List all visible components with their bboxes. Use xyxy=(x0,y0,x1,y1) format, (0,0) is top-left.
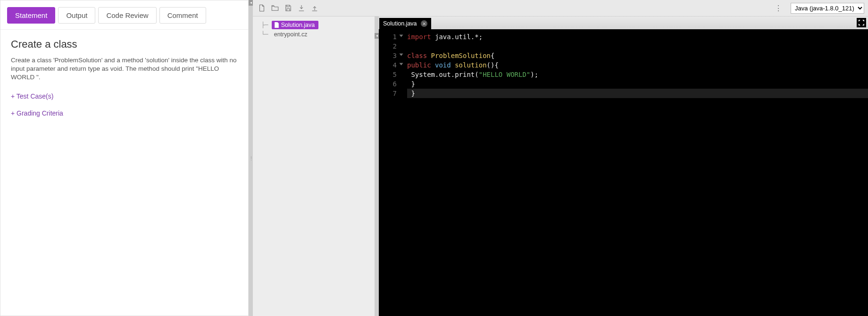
problem-tabs: Statement Output Code Review Comment xyxy=(0,0,248,30)
download-icon[interactable] xyxy=(296,3,307,13)
editor-tab-bar: Solution.java ✕ xyxy=(379,17,868,29)
file-name: Solution.java xyxy=(281,22,315,28)
line-number: 5 xyxy=(379,70,397,79)
vertical-splitter-left[interactable]: ◂ ⋮⋮ xyxy=(249,0,253,316)
new-file-icon[interactable] xyxy=(257,3,267,13)
code-line[interactable] xyxy=(407,42,868,51)
collapse-left-icon[interactable]: ◂ xyxy=(249,0,253,6)
code-line[interactable]: public void solution(){ xyxy=(407,60,868,70)
problem-description: Create a class 'ProblemSolution' and a m… xyxy=(11,56,238,82)
line-number: 2 xyxy=(379,42,397,51)
code-line[interactable]: class ProblemSolution{ xyxy=(407,51,868,60)
close-tab-icon[interactable]: ✕ xyxy=(421,20,427,27)
code-editor[interactable]: 1234567 import java.util.*;class Problem… xyxy=(379,29,868,316)
collapse-tree-icon[interactable]: ◂ xyxy=(375,33,379,39)
code-line[interactable]: System.out.print("HELLO WORLD"); xyxy=(407,70,868,79)
file-icon xyxy=(274,22,279,28)
line-number: 1 xyxy=(379,32,397,42)
more-menu-icon[interactable]: ⋮ xyxy=(770,4,787,13)
editor-tab-label: Solution.java xyxy=(383,20,417,27)
line-gutter: 1234567 xyxy=(379,32,400,98)
problem-title: Create a class xyxy=(11,38,238,50)
line-number: 6 xyxy=(379,79,397,89)
file-tree-item[interactable]: ├─ Solution.java xyxy=(253,20,375,30)
editor-tab[interactable]: Solution.java ✕ xyxy=(379,18,431,29)
open-folder-icon[interactable] xyxy=(270,3,280,13)
code-line[interactable]: } xyxy=(407,79,868,89)
tab-code-review[interactable]: Code Review xyxy=(98,7,156,24)
code-area[interactable]: import java.util.*;class ProblemSolution… xyxy=(407,32,868,98)
editor-toolbar: ⋮ Java (java-1.8.0_121) xyxy=(253,0,868,17)
code-line[interactable]: import java.util.*; xyxy=(407,32,868,42)
tab-statement[interactable]: Statement xyxy=(7,7,55,24)
drag-handle-icon: ⋮⋮ xyxy=(250,157,252,159)
line-number: 4 xyxy=(379,60,397,70)
problem-panel: Statement Output Code Review Comment Cre… xyxy=(0,0,249,316)
test-cases-toggle[interactable]: + Test Case(s) xyxy=(11,92,238,100)
tree-branch-icon: ├─ xyxy=(261,22,272,28)
fullscreen-icon[interactable] xyxy=(857,18,866,27)
file-name: entrypoint.cz xyxy=(274,31,308,38)
tab-comment[interactable]: Comment xyxy=(159,7,206,24)
tree-branch-icon: └─ xyxy=(261,31,272,38)
fold-icon[interactable] xyxy=(400,54,403,56)
vertical-splitter-right[interactable]: ◂ xyxy=(375,17,379,316)
grading-criteria-toggle[interactable]: + Grading Criteria xyxy=(11,109,238,117)
line-number: 3 xyxy=(379,51,397,60)
fold-icon[interactable] xyxy=(400,63,403,66)
file-tree: ├─ Solution.java └─ entrypoint.cz xyxy=(253,17,375,316)
tab-output[interactable]: Output xyxy=(58,7,95,24)
language-select[interactable]: Java (java-1.8.0_121) xyxy=(791,3,864,14)
upload-icon[interactable] xyxy=(309,3,320,13)
line-number: 7 xyxy=(379,89,397,98)
file-tree-item[interactable]: └─ entrypoint.cz xyxy=(253,30,375,39)
fold-icon[interactable] xyxy=(400,35,403,37)
save-icon[interactable] xyxy=(283,3,293,13)
code-line[interactable]: } xyxy=(407,89,868,98)
